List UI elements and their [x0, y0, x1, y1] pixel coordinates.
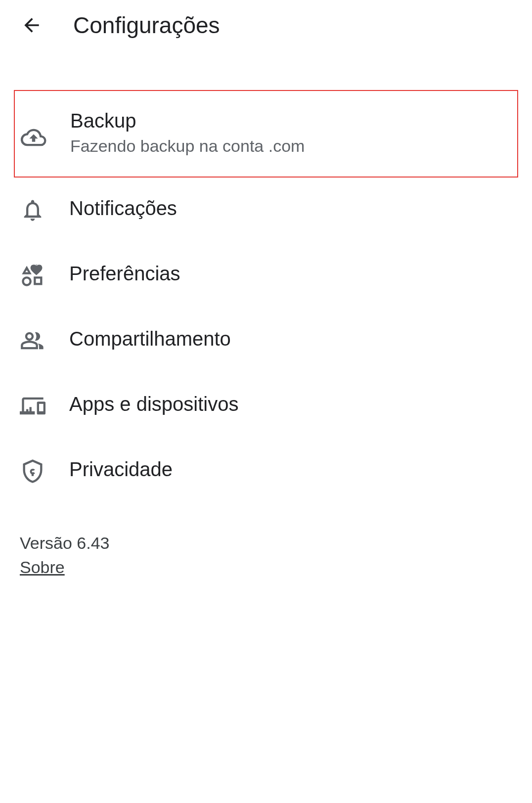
people-icon: [20, 328, 69, 354]
settings-list: Backup Fazendo backup na conta .com Noti…: [0, 50, 532, 504]
item-title: Apps e dispositivos: [69, 393, 238, 415]
item-title: Backup: [70, 110, 305, 132]
devices-icon: [20, 393, 69, 419]
shapes-icon: [20, 263, 69, 288]
settings-item-preferences[interactable]: Preferências: [0, 243, 532, 308]
about-link[interactable]: Sobre: [20, 558, 65, 577]
item-title: Compartilhamento: [69, 328, 231, 350]
item-title: Notificações: [69, 197, 177, 220]
version-label: Versão 6.43: [20, 534, 512, 553]
footer: Versão 6.43 Sobre: [0, 504, 532, 577]
back-button[interactable]: [20, 13, 44, 37]
bell-icon: [20, 197, 69, 223]
settings-item-sharing[interactable]: Compartilhamento: [0, 308, 532, 373]
settings-item-privacy[interactable]: Privacidade: [0, 439, 532, 504]
settings-item-notifications[interactable]: Notificações: [0, 178, 532, 243]
cloud-upload-icon: [21, 125, 70, 150]
settings-item-backup[interactable]: Backup Fazendo backup na conta .com: [14, 90, 518, 178]
page-title: Configurações: [73, 12, 220, 39]
item-title: Preferências: [69, 263, 180, 285]
item-subtitle: Fazendo backup na conta .com: [70, 135, 305, 158]
item-title: Privacidade: [69, 458, 173, 481]
shield-icon: [20, 458, 69, 484]
settings-item-apps[interactable]: Apps e dispositivos: [0, 373, 532, 439]
arrow-left-icon: [21, 14, 43, 36]
header: Configurações: [0, 0, 532, 50]
